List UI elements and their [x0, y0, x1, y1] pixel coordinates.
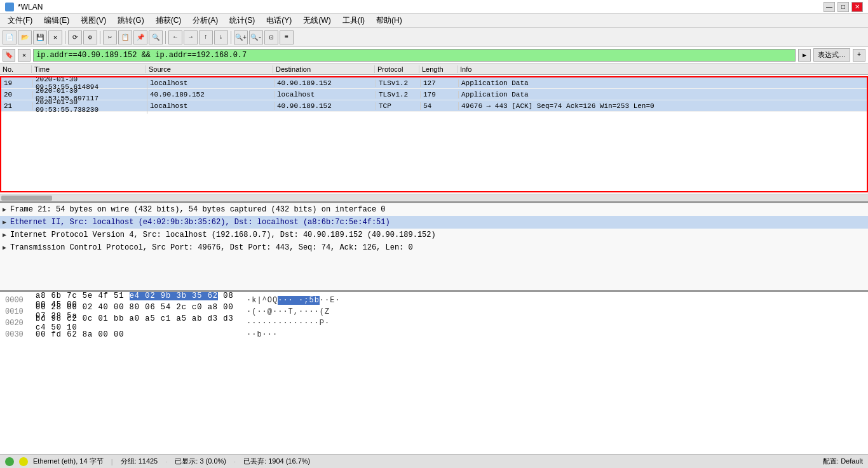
- menu-stats[interactable]: 统计(S): [224, 14, 260, 27]
- filter-input[interactable]: [33, 49, 796, 62]
- hex-ascii-0030: ··b···: [247, 330, 278, 339]
- toolbar-new[interactable]: 📄: [3, 30, 17, 44]
- toolbar-down[interactable]: ↓: [214, 30, 228, 44]
- window-title: *WLAN: [18, 3, 43, 11]
- toolbar-open[interactable]: 📂: [18, 30, 32, 44]
- detail-row-ip[interactable]: ▶ Internet Protocol Version 4, Src: loca…: [0, 229, 868, 241]
- detail-row-tcp[interactable]: ▶ Transmission Control Protocol, Src Por…: [0, 241, 868, 254]
- hex-offset-0020: 0020: [5, 319, 28, 328]
- minimize-button[interactable]: —: [824, 2, 835, 12]
- toolbar-paste[interactable]: 📌: [133, 30, 147, 44]
- toolbar-colorize[interactable]: ≡: [280, 30, 294, 44]
- packet-len-19: 127: [421, 79, 459, 87]
- packet-len-20: 179: [421, 91, 459, 98]
- toolbar: 📄 📂 💾 ✕ ⟳ ⚙ ✂ 📋 📌 🔍 ← → ↑ ↓ 🔍+ 🔍- ⊡ ≡: [0, 28, 868, 47]
- toolbar-forward[interactable]: →: [184, 30, 198, 44]
- detail-frame-text: Frame 21: 54 bytes on wire (432 bits), 5…: [10, 205, 386, 214]
- filter-expr-button[interactable]: 表达式…: [813, 48, 850, 62]
- menu-edit[interactable]: 编辑(E): [39, 14, 74, 27]
- hex-row-0020: 0020 bd 98 c2 0c 01 bb a0 a5 c1 a5 ab d3…: [5, 318, 863, 329]
- packet-dst-21: 40.90.189.152: [275, 102, 376, 110]
- status-dropped: 已丢弃: 1904 (16.7%): [243, 457, 310, 466]
- packet-no-20: 20: [1, 91, 33, 98]
- toolbar-cut[interactable]: ✂: [103, 30, 117, 44]
- status-bar: Ethernet (eth), 14 字节 | 分组: 11425 · 已显示:…: [0, 454, 868, 468]
- status-interface: Ethernet (eth), 14 字节: [33, 457, 104, 466]
- header-destination: Destination: [273, 65, 375, 73]
- toolbar-find[interactable]: 🔍: [149, 30, 163, 44]
- maximize-button[interactable]: □: [837, 2, 849, 12]
- menu-analyze[interactable]: 分析(A): [187, 14, 223, 27]
- packet-row-21[interactable]: 21 2020-01-30 09:53:55.738230 localhost …: [1, 100, 867, 112]
- packet-len-21: 54: [421, 102, 459, 110]
- packet-list-header: No. Time Source Destination Protocol Len…: [0, 64, 868, 75]
- header-time: Time: [32, 65, 146, 73]
- filter-add-btn[interactable]: +: [853, 49, 865, 62]
- hex-ascii-0010: ·(··@···T,····(Z: [247, 307, 330, 316]
- toolbar-back[interactable]: ←: [168, 30, 182, 44]
- menu-goto[interactable]: 跳转(G): [112, 14, 149, 27]
- status-displayed: 已显示: 3 (0.0%): [175, 457, 226, 466]
- status-icon-yellow: [19, 457, 28, 466]
- packet-proto-20: TLSv1.2: [376, 91, 421, 98]
- hex-bytes-0030: 00 fd 62 8a 00 00: [36, 330, 239, 339]
- menu-tools[interactable]: 工具(I): [337, 14, 370, 27]
- menu-phone[interactable]: 电话(Y): [261, 14, 297, 27]
- toolbar-zoom-in[interactable]: 🔍+: [234, 30, 248, 44]
- menu-bar: 文件(F) 编辑(E) 视图(V) 跳转(G) 捕获(C) 分析(A) 统计(S…: [0, 14, 868, 28]
- toolbar-separator-1: [65, 31, 65, 44]
- hex-offset-0030: 0030: [5, 330, 28, 339]
- packet-info-19: Application Data: [459, 79, 867, 87]
- detail-row-ethernet[interactable]: ▶ Ethernet II, Src: localhost (e4:02:9b:…: [0, 216, 868, 229]
- expand-ip-icon: ▶: [3, 231, 10, 239]
- expand-tcp-icon: ▶: [3, 244, 10, 251]
- hex-ascii-0020: ··············P·: [247, 319, 330, 328]
- toolbar-zoom-reset[interactable]: ⊡: [264, 30, 278, 44]
- packet-proto-19: TLSv1.2: [376, 79, 421, 87]
- hex-offset-0010: 0010: [5, 307, 28, 316]
- filter-clear-btn[interactable]: ✕: [18, 49, 31, 62]
- filter-apply-btn[interactable]: ▶: [798, 49, 811, 62]
- toolbar-close[interactable]: ✕: [48, 30, 62, 44]
- hscroll-thumb[interactable]: [1, 196, 52, 201]
- detail-row-frame[interactable]: ▶ Frame 21: 54 bytes on wire (432 bits),…: [0, 203, 868, 216]
- packet-rows: 19 2020-01-30 09:53:55.614894 localhost …: [0, 76, 868, 192]
- close-button[interactable]: ✕: [851, 2, 863, 12]
- toolbar-zoom-out[interactable]: 🔍-: [249, 30, 263, 44]
- toolbar-up[interactable]: ↑: [199, 30, 213, 44]
- menu-capture[interactable]: 捕获(C): [151, 14, 187, 27]
- menu-help[interactable]: 帮助(H): [371, 14, 407, 27]
- packet-info-20: Application Data: [459, 91, 867, 98]
- packet-src-20: 40.90.189.152: [147, 91, 275, 98]
- header-source: Source: [146, 65, 273, 73]
- packet-dst-19: 40.90.189.152: [275, 79, 376, 87]
- toolbar-copy[interactable]: 📋: [118, 30, 132, 44]
- menu-wireless[interactable]: 无线(W): [298, 14, 336, 27]
- toolbar-separator-3: [165, 31, 166, 44]
- header-no: No.: [0, 65, 32, 73]
- hex-ascii-highlight-src-mac: ··· ·;5b: [278, 296, 320, 305]
- detail-ethernet-text: Ethernet II, Src: localhost (e4:02:9b:3b…: [10, 218, 390, 227]
- toolbar-separator-4: [231, 31, 231, 44]
- status-total: 分组: 11425: [121, 457, 158, 466]
- detail-tcp-text: Transmission Control Protocol, Src Port:…: [10, 243, 413, 252]
- hex-ascii-0000: ·k|^OQ··· ·;5b··E·: [247, 296, 341, 305]
- toolbar-prefs[interactable]: ⚙: [83, 30, 97, 44]
- filter-bookmark-btn[interactable]: 🔖: [3, 49, 15, 62]
- detail-pane: ▶ Frame 21: 54 bytes on wire (432 bits),…: [0, 203, 868, 292]
- hex-pane: 0000 a8 6b 7c 5e 4f 51 e4 02 9b 3b 35 62…: [0, 292, 868, 454]
- header-protocol: Protocol: [375, 65, 419, 73]
- packet-src-21: localhost: [147, 102, 275, 110]
- menu-view[interactable]: 视图(V): [76, 14, 111, 27]
- hex-row-0030: 0030 00 fd 62 8a 00 00 ··b···: [5, 329, 863, 340]
- expand-frame-icon: ▶: [3, 206, 10, 213]
- packet-info-21: 49676 → 443 [ACK] Seq=74 Ack=126 Win=253…: [459, 102, 867, 110]
- toolbar-reload[interactable]: ⟳: [68, 30, 82, 44]
- menu-file[interactable]: 文件(F): [3, 14, 37, 27]
- hex-highlight-src-mac: e4 02 9b 3b 35 62: [130, 292, 218, 300]
- packet-list-hscroll[interactable]: [0, 194, 868, 201]
- packet-dst-20: localhost: [275, 91, 376, 98]
- status-icon-green: [5, 457, 14, 466]
- app-icon: [5, 3, 14, 11]
- toolbar-save[interactable]: 💾: [33, 30, 47, 44]
